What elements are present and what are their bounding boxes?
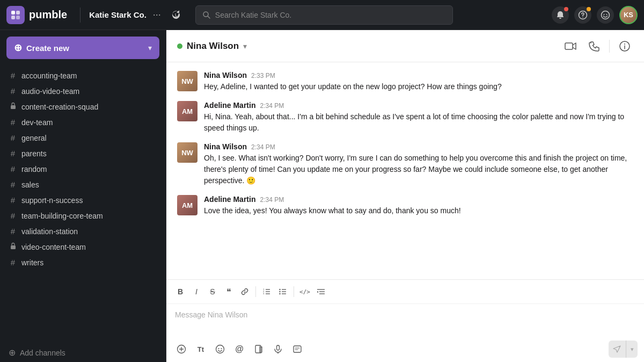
- avatar: NW: [177, 142, 197, 163]
- indent-button[interactable]: [313, 284, 328, 299]
- svg-rect-11: [11, 105, 16, 109]
- toolbar-separator-1: [255, 286, 256, 297]
- sidebar-item-dev-team[interactable]: #dev-team: [0, 114, 166, 130]
- strikethrough-button[interactable]: S: [205, 284, 220, 299]
- channel-name: dev-team: [21, 118, 53, 127]
- message-header: Adeline Martin 2:34 PM: [204, 101, 633, 110]
- sidebar-item-support-n-success[interactable]: #support-n-success: [0, 192, 166, 208]
- help-icon[interactable]: [574, 6, 591, 24]
- message-text: Oh, I see. What isn't working? Don't wor…: [204, 153, 633, 186]
- hash-icon: #: [9, 211, 17, 220]
- blockquote-button[interactable]: ❝: [221, 284, 236, 299]
- ordered-list-button[interactable]: 1. 2. 3.: [259, 284, 274, 299]
- svg-point-9: [604, 14, 605, 15]
- message-sender: Nina Wilson: [204, 71, 247, 79]
- sidebar-item-general[interactable]: #general: [0, 130, 166, 146]
- info-icon[interactable]: [616, 38, 633, 55]
- create-new-plus-icon: ⊕: [14, 42, 22, 54]
- message-text: Love the idea, yes! You always know what…: [204, 205, 633, 216]
- unordered-list-button[interactable]: [275, 284, 290, 299]
- add-attachment-button[interactable]: [173, 341, 190, 358]
- search-icon: [202, 11, 211, 19]
- italic-button[interactable]: I: [189, 284, 204, 299]
- sidebar-item-parents[interactable]: #parents: [0, 146, 166, 161]
- phone-call-icon[interactable]: [586, 38, 603, 55]
- sidebar-item-random[interactable]: #random: [0, 161, 166, 177]
- chat-header: Nina Wilson ▾: [166, 30, 644, 62]
- chat-title-chevron-icon[interactable]: ▾: [243, 42, 247, 50]
- sidebar-item-writers[interactable]: #writers: [0, 255, 166, 270]
- sidebar-item-audio-video-team[interactable]: #audio-video-team: [0, 83, 166, 99]
- snippet-button[interactable]: [289, 341, 306, 358]
- avatar: AM: [177, 195, 197, 215]
- audio-record-button[interactable]: [269, 341, 287, 358]
- search-input[interactable]: [215, 11, 446, 19]
- format-text-button[interactable]: Tt: [192, 341, 209, 358]
- table-row: AM Adeline Martin 2:34 PM Hi, Nina. Yeah…: [177, 101, 633, 134]
- send-message-button[interactable]: [609, 341, 626, 358]
- channel-name: general: [21, 134, 47, 142]
- link-button[interactable]: [237, 284, 252, 299]
- history-icon[interactable]: [167, 6, 185, 24]
- chat-header-left: Nina Wilson ▾: [177, 41, 247, 52]
- avatar: AM: [177, 101, 197, 121]
- message-sender: Adeline Martin: [204, 195, 255, 204]
- bold-button[interactable]: B: [173, 284, 188, 299]
- channel-name: team-building-core-team: [21, 212, 103, 220]
- hash-icon: #: [9, 86, 17, 96]
- message-input[interactable]: Message Nina Wilson: [166, 304, 644, 336]
- emoji-status-icon[interactable]: [597, 6, 614, 24]
- help-dot: [587, 7, 591, 11]
- svg-text:3.: 3.: [263, 292, 265, 295]
- channel-name: sales: [21, 180, 39, 189]
- add-channels-plus-icon: ⊕: [9, 347, 16, 358]
- svg-rect-0: [11, 11, 15, 15]
- workspace-menu-button[interactable]: ···: [153, 9, 161, 20]
- code-button[interactable]: </>: [297, 284, 312, 299]
- attach-file-button[interactable]: [250, 341, 267, 358]
- svg-point-8: [602, 11, 610, 19]
- editor-footer: Tt @: [166, 336, 644, 362]
- hash-icon: #: [9, 149, 17, 158]
- svg-rect-13: [565, 43, 573, 49]
- sidebar-item-validation-station[interactable]: #validation-station: [0, 223, 166, 239]
- message-header: Nina Wilson 2:34 PM: [204, 142, 633, 151]
- online-status-dot: [177, 44, 182, 49]
- sidebar-item-video-content-team[interactable]: video-content-team: [0, 239, 166, 255]
- avatar[interactable]: KS: [619, 6, 638, 24]
- logo-icon: [6, 6, 25, 24]
- main-layout: ⊕ Create new ▾ #accounting-team#audio-vi…: [0, 30, 644, 362]
- channel-name: support-n-success: [21, 196, 83, 205]
- svg-rect-40: [294, 346, 301, 352]
- sidebar-item-team-building-core-team[interactable]: #team-building-core-team: [0, 208, 166, 223]
- svg-line-5: [208, 16, 210, 18]
- avatar: NW: [177, 71, 197, 91]
- sidebar-item-accounting-team[interactable]: #accounting-team: [0, 68, 166, 83]
- chat-header-right: [562, 38, 633, 55]
- channel-name: video-content-team: [21, 243, 86, 251]
- channel-name: validation-station: [21, 227, 78, 236]
- topbar-divider: [80, 8, 80, 23]
- message-content: Adeline Martin 2:34 PM Love the idea, ye…: [204, 195, 633, 216]
- message-editor: B I S ❝ 1. 2.: [166, 279, 644, 362]
- create-new-chevron-icon: ▾: [148, 44, 152, 52]
- sidebar-item-content-creation-squad[interactable]: content-creation-squad: [0, 99, 166, 114]
- send-button-group: ▾: [609, 341, 638, 358]
- svg-point-27: [279, 293, 280, 294]
- emoji-picker-button[interactable]: [211, 341, 229, 358]
- mention-button[interactable]: @: [231, 341, 248, 358]
- notifications-icon[interactable]: [552, 6, 569, 24]
- message-sender: Nina Wilson: [204, 142, 247, 151]
- channel-name: parents: [21, 149, 47, 158]
- send-options-button[interactable]: ▾: [626, 341, 638, 358]
- create-new-button[interactable]: ⊕ Create new ▾: [6, 37, 159, 59]
- sidebar-item-sales[interactable]: #sales: [0, 177, 166, 192]
- toolbar-separator-2: [294, 286, 294, 297]
- add-channels-button[interactable]: ⊕ Add channels: [0, 343, 166, 362]
- chat-title: Nina Wilson: [187, 41, 239, 52]
- svg-rect-1: [16, 11, 20, 15]
- search-bar[interactable]: [195, 5, 453, 25]
- header-divider: [609, 40, 610, 53]
- create-new-label: ⊕ Create new: [14, 42, 69, 54]
- video-call-icon[interactable]: [562, 38, 579, 55]
